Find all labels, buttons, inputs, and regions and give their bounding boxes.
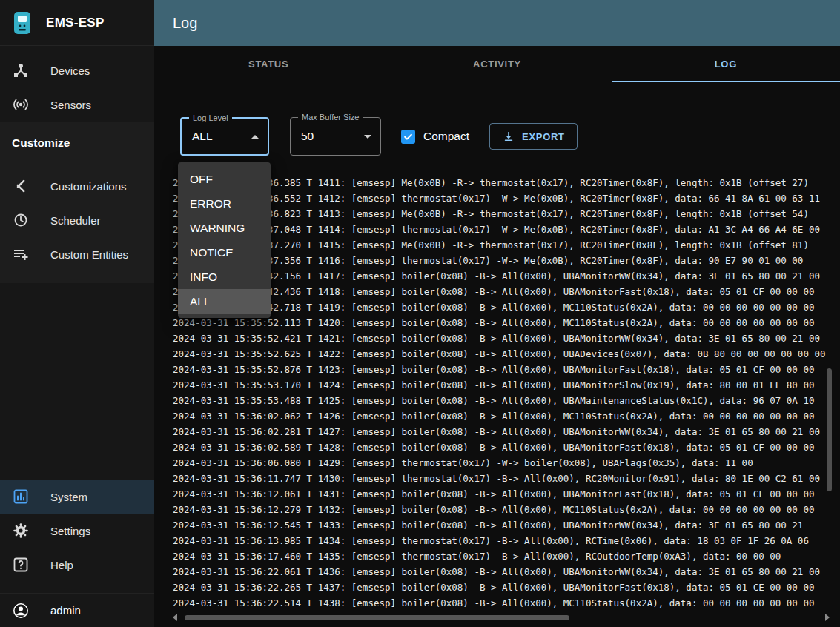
sidebar-item-label: System (50, 491, 87, 503)
log-line: 2024-03-31 15:36:22.265 T 1437: [emsesp]… (173, 580, 840, 595)
log-line: 2024-03-31 15:35:52.421 T 1421: [emsesp]… (173, 331, 840, 346)
tools-icon (12, 177, 30, 195)
gear-icon (12, 522, 30, 540)
devices-icon (12, 62, 30, 79)
vertical-scrollbar-thumb[interactable] (827, 368, 832, 491)
log-level-select[interactable]: Log Level ALL (180, 117, 269, 156)
log-level-label: Log Level (189, 113, 232, 122)
sidebar-item-label: Devices (50, 64, 90, 77)
tab-bar: STATUS ACTIVITY LOG (154, 46, 840, 82)
sidebar-item-label: Customizations (50, 180, 127, 193)
horizontal-scrollbar-track[interactable] (182, 615, 821, 620)
log-line: 2024-03-31 15:36:22.061 T 1436: [emsesp]… (173, 564, 840, 580)
sidebar-item-devices[interactable]: Devices (0, 53, 154, 87)
log-line: 2024-03-31 15:35:52.113 T 1420: [emsesp]… (173, 315, 840, 331)
log-line: 2024-03-31 15:35:52.625 T 1422: [emsesp]… (173, 346, 840, 362)
tab-log[interactable]: LOG (612, 46, 840, 82)
customize-section-header: Customize (0, 122, 154, 169)
sidebar-bottom-group: System (0, 480, 154, 582)
log-line: 2024-03-31 15:35:42.156 T 1417: [emsesp]… (173, 268, 840, 284)
help-icon (12, 556, 30, 574)
download-icon (502, 130, 515, 143)
sidebar-item-custom-entities[interactable]: Custom Entities (0, 237, 154, 271)
playlist-add-icon (12, 245, 30, 263)
log-line: 2024-03-31 15:35:52.876 T 1423: [emsesp]… (173, 362, 840, 377)
compact-label: Compact (423, 130, 469, 143)
sidebar-item-system[interactable]: System (0, 480, 154, 514)
sidebar-item-label: Custom Entities (50, 248, 128, 261)
log-line: 2024-03-31 15:36:06.080 T 1429: [emsesp]… (173, 455, 840, 471)
sidebar-item-label: Help (50, 559, 73, 571)
menu-item-all[interactable]: ALL (178, 289, 271, 314)
log-line: 2024-03-31 15:36:02.062 T 1426: [emsesp]… (173, 408, 840, 424)
max-buffer-size-value: 50 (301, 130, 314, 143)
menu-item-info[interactable]: INFO (178, 265, 271, 289)
log-line: 2024-03-31 15:35:37.048 T 1414: [emsesp]… (173, 222, 840, 237)
chevron-down-icon (364, 135, 371, 139)
log-line: 2024-03-31 15:36:02.589 T 1428: [emsesp]… (173, 439, 840, 455)
scroll-right-arrow-icon[interactable] (825, 614, 830, 621)
signed-in-user[interactable]: admin (0, 593, 154, 627)
export-button-label: EXPORT (522, 131, 565, 142)
log-line: 2024-03-31 15:35:42.718 T 1419: [emsesp]… (173, 299, 840, 315)
sidebar-item-scheduler[interactable]: Scheduler (0, 203, 154, 237)
scroll-left-arrow-icon[interactable] (173, 614, 177, 621)
sensors-icon (12, 96, 30, 113)
log-line: 2024-03-31 15:36:22.514 T 1438: [emsesp]… (173, 595, 840, 611)
tab-activity[interactable]: ACTIVITY (383, 46, 611, 82)
ems-esp-app: EMS-ESP Devices (0, 0, 840, 627)
log-controls: Log Level ALL Max Buffer Size 50 Compact (180, 117, 840, 156)
sidebar-header: EMS-ESP (0, 0, 154, 46)
log-line: 2024-03-31 15:36:02.281 T 1427: [emsesp]… (173, 424, 840, 439)
customize-section: Customize Customizations (0, 122, 154, 283)
compact-checkbox[interactable] (401, 130, 415, 144)
log-line: 2024-03-31 15:35:36.823 T 1413: [emsesp]… (173, 206, 840, 222)
menu-item-error[interactable]: ERROR (178, 191, 271, 216)
check-icon (403, 131, 414, 142)
tab-status[interactable]: STATUS (154, 46, 383, 82)
log-level-value: ALL (192, 130, 213, 143)
max-buffer-size-label: Max Buffer Size (298, 113, 363, 122)
appbar: Log (154, 0, 840, 46)
log-line: 2024-03-31 15:36:13.985 T 1434: [emsesp]… (173, 533, 840, 548)
log-line: 2024-03-31 15:36:12.545 T 1433: [emsesp]… (173, 517, 840, 533)
sidebar-item-sensors[interactable]: Sensors (0, 87, 154, 122)
sidebar-item-customizations[interactable]: Customizations (0, 169, 154, 203)
sidebar-item-settings[interactable]: Settings (0, 514, 154, 548)
sidebar-item-label: Scheduler (50, 214, 101, 227)
bar-chart-icon (12, 488, 30, 505)
max-buffer-size-select[interactable]: Max Buffer Size 50 (290, 117, 381, 156)
sidebar: EMS-ESP Devices (0, 0, 154, 627)
log-line: 2024-03-31 15:35:36.552 T 1412: [emsesp]… (173, 190, 840, 206)
menu-item-notice[interactable]: NOTICE (178, 240, 271, 265)
sidebar-item-label: Settings (50, 525, 90, 537)
log-line: 2024-03-31 15:36:12.061 T 1431: [emsesp]… (173, 486, 840, 502)
log-line: 2024-03-31 15:35:53.170 T 1424: [emsesp]… (173, 377, 840, 393)
chevron-up-icon (251, 135, 259, 139)
log-line: 2024-03-31 15:35:37.270 T 1415: [emsesp]… (173, 237, 840, 253)
log-line: 2024-03-31 15:36:17.460 T 1435: [emsesp]… (173, 548, 840, 564)
menu-item-off[interactable]: OFF (178, 167, 271, 191)
horizontal-scrollbar (173, 614, 830, 621)
sidebar-item-label: Sensors (50, 99, 91, 111)
horizontal-scrollbar-thumb[interactable] (185, 615, 569, 620)
export-button[interactable]: EXPORT (489, 123, 578, 150)
compact-checkbox-wrap[interactable]: Compact (401, 130, 469, 144)
account-circle-icon (12, 602, 30, 620)
log-line: 2024-03-31 15:35:37.356 T 1416: [emsesp]… (173, 253, 840, 268)
app-title: EMS-ESP (46, 16, 105, 30)
menu-item-warning[interactable]: WARNING (178, 216, 271, 240)
log-level-menu: OFF ERROR WARNING NOTICE INFO ALL (178, 162, 271, 318)
sidebar-item-help[interactable]: Help (0, 548, 154, 582)
log-line: 2024-03-31 15:35:53.488 T 1425: [emsesp]… (173, 393, 840, 408)
username: admin (50, 604, 81, 617)
page-title: Log (173, 15, 197, 32)
sidebar-nav: Devices Sensors Customize (0, 53, 154, 283)
log-line: 2024-03-31 15:35:42.436 T 1418: [emsesp]… (173, 284, 840, 299)
log-line: 2024-03-31 15:36:11.747 T 1430: [emsesp]… (173, 471, 840, 486)
log-line: 2024-03-31 15:36:12.279 T 1432: [emsesp]… (173, 502, 840, 517)
log-line: 2024-03-31 15:35:36.385 T 1411: [emsesp]… (173, 175, 840, 190)
clock-icon (12, 211, 30, 229)
app-logo-icon (12, 11, 33, 35)
